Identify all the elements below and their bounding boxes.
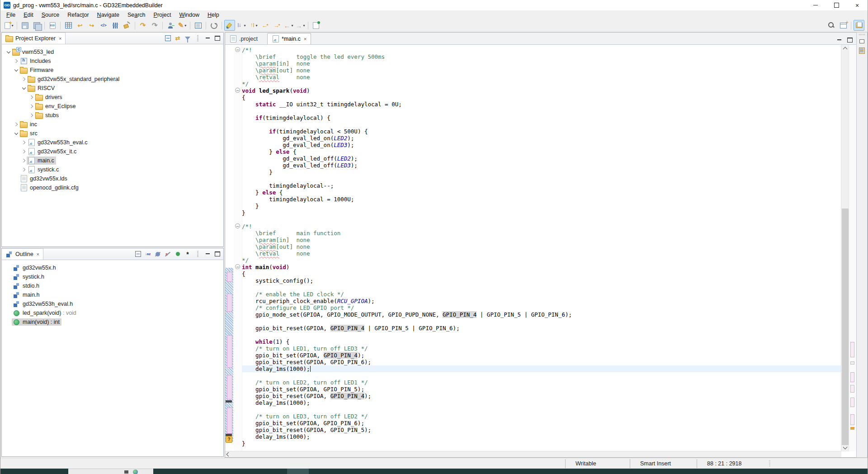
scrollbar-thumb[interactable] [842,209,849,445]
code-line[interactable]: systick_config(); [242,277,841,284]
chevron-icon[interactable] [5,51,11,53]
tree-item-RISCV[interactable]: RISCV [2,84,223,93]
clean-icon[interactable] [122,20,132,31]
code-line[interactable]: gpio_mode_set(GPIOA, GPIO_MODE_OUTPUT, G… [242,311,841,318]
tree-item-openocd_gdlink.cfg[interactable]: openocd_gdlink.cfg [2,183,223,192]
filter-icon[interactable] [183,34,192,43]
code-line[interactable]: /* enable the LED clock */ [242,291,841,298]
cpp-perspective-icon[interactable] [854,20,864,31]
code-line[interactable]: gpio_bit_set(GPIOA, GPIO_PIN_5); [242,386,841,393]
tree-item-stubs[interactable]: stubs [2,111,223,120]
previous-annotation-icon[interactable]: ▾ [248,20,259,31]
source-code-icon[interactable]: </> [98,20,109,31]
close-icon[interactable]: × [59,36,61,41]
menu-file[interactable]: File [2,11,19,19]
code-line[interactable]: gpio_bit_set(GPIOA, GPIO_PIN_6); [242,420,841,427]
code-line[interactable]: gd_eval_led_off(LED2); [242,155,841,162]
person-icon[interactable] [165,20,176,31]
code-line[interactable]: gd_eval_led_on(LED2); [242,135,841,142]
overview-mark[interactable] [850,414,854,425]
code-line[interactable]: } [242,203,841,209]
code-line[interactable]: { [242,270,841,277]
editor-tab-main.c[interactable]: *main.c× [267,33,311,44]
code-line[interactable] [242,372,841,379]
open-perspective-icon[interactable] [838,20,849,31]
maximize-icon[interactable] [213,34,222,43]
scroll-left-icon[interactable] [226,452,231,457]
code-line[interactable]: } [242,169,841,175]
outline-item-systick.h[interactable]: systick.h [2,272,223,281]
dropdown-arrow-icon[interactable]: ▾ [244,24,245,28]
outline-item-main(void)[interactable]: main(void) : int [2,318,223,327]
code-line[interactable]: \brief toggle the led every 500ms [242,53,841,60]
code-line[interactable]: } [242,209,841,216]
settings-sliders-icon[interactable] [110,20,121,31]
fold-marker-icon[interactable]: – [235,88,240,93]
code-line[interactable]: } [242,440,841,447]
console-icon[interactable] [193,20,203,31]
tab-project-explorer[interactable]: Project Explorer × [2,33,66,44]
code-line[interactable]: \retval none [242,250,841,257]
outline-item-stdio.h[interactable]: stdio.h [2,281,223,290]
code-line[interactable]: int main(void) [242,264,841,270]
dropdown-arrow-icon[interactable]: ▾ [255,24,257,28]
code-line[interactable] [242,175,841,182]
close-icon[interactable]: × [37,251,39,257]
code-line[interactable]: /* turn on LED3, turn off LED2 */ [242,413,841,420]
overview-ruler[interactable] [849,45,856,451]
chevron-icon[interactable] [21,159,27,162]
code-line[interactable]: gpio_bit_reset(GPIOA, GPIO_PIN_4); [242,393,841,399]
outline-item-main.h[interactable]: main.h [2,290,223,299]
outline-item-led_spark(void)[interactable]: led_spark(void) : void [2,308,223,318]
dropdown-arrow-icon[interactable]: ▾ [184,24,186,28]
code-line[interactable]: delay_1ms(1000); [242,365,841,372]
zip-app-icon[interactable] [124,470,128,474]
code-line[interactable] [242,216,841,223]
overview-mark[interactable] [850,361,854,365]
code-line[interactable] [242,406,841,413]
menu-edit[interactable]: Edit [19,11,38,19]
tree-item-drivers[interactable]: drivers [2,93,223,102]
code-line[interactable]: \param[out] none [242,67,841,74]
tree-item-env_Eclipse[interactable]: env_Eclipse [2,102,223,111]
code-line[interactable]: /* configure LED GPIO port */ [242,304,841,311]
code-line[interactable]: \retval none [242,74,841,81]
view-menu-icon[interactable] [193,34,202,43]
hide-fields-icon[interactable] [153,250,162,259]
code-line[interactable]: gd_eval_led_off(LED3); [242,162,841,169]
help-annotation-icon[interactable]: ? [226,436,232,443]
menu-project[interactable]: Project [150,11,175,19]
code-line[interactable]: /*! [242,223,841,230]
code-line[interactable] [242,121,841,128]
code-line[interactable] [242,284,841,291]
collapse-all-icon[interactable] [133,250,142,259]
tree-item-Firmware[interactable]: Firmware [2,66,223,75]
code-line[interactable]: { [242,94,841,101]
strip-handle[interactable] [859,34,865,35]
tree-item-Includes[interactable]: Includes [2,57,223,66]
maximize-window-button[interactable] [826,0,847,10]
sort-icon[interactable]: ↓az [143,250,152,259]
scroll-down-icon[interactable] [841,445,849,451]
code-line[interactable]: */ [242,81,841,87]
menu-navigate[interactable]: Navigate [93,11,123,19]
code-line[interactable]: timingdelaylocal = 1000U; [242,196,841,203]
minimize-icon[interactable] [835,35,844,44]
code-line[interactable]: /* turn on LED1, turn off LED3 */ [242,345,841,352]
close-window-button[interactable]: × [847,0,868,10]
collapse-all-icon[interactable] [163,34,172,43]
code-line[interactable]: gpio_bit_reset(GPIOA, GPIO_PIN_6); [242,359,841,365]
code-line[interactable]: } else { [242,148,841,155]
scroll-up-icon[interactable] [841,45,849,52]
tree-item-gd32vw55x_it.c[interactable]: gd32vw55x_it.c [2,147,223,156]
chevron-icon[interactable] [28,96,34,99]
chevron-icon[interactable] [13,69,19,71]
minimize-icon[interactable] [203,250,212,259]
code-line[interactable]: } else { [242,189,841,196]
overview-mark[interactable] [850,427,854,430]
menu-source[interactable]: Source [38,11,64,19]
minimize-icon[interactable] [203,34,212,43]
horizontal-scrollbar[interactable] [225,451,841,457]
tree-item-gd32vw553h_eval.c[interactable]: gd32vw553h_eval.c [2,138,223,147]
chevron-icon[interactable] [28,114,34,117]
